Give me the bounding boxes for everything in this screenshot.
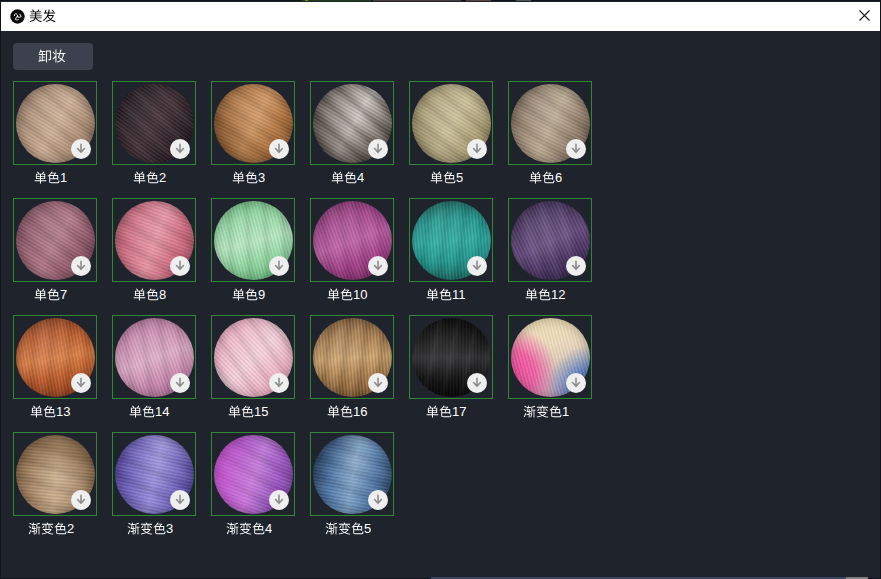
svg-text:1: 1 — [562, 405, 569, 419]
svg-text:6: 6 — [555, 171, 562, 185]
svg-text:4: 4 — [357, 171, 364, 185]
svg-text:3: 3 — [258, 171, 265, 185]
svg-text:1: 1 — [60, 171, 67, 185]
svg-text:13: 13 — [56, 405, 70, 419]
svg-text:4: 4 — [265, 522, 272, 536]
svg-text:8: 8 — [159, 288, 166, 302]
svg-text:2: 2 — [159, 171, 166, 185]
svg-text:11: 11 — [452, 288, 466, 302]
svg-text:15: 15 — [254, 405, 268, 419]
svg-text:5: 5 — [364, 522, 371, 536]
svg-text:7: 7 — [60, 288, 67, 302]
svg-text:17: 17 — [452, 405, 466, 419]
svg-text:16: 16 — [353, 405, 367, 419]
svg-text:14: 14 — [155, 405, 169, 419]
svg-text:10: 10 — [353, 288, 367, 302]
svg-text:3: 3 — [166, 522, 173, 536]
svg-text:12: 12 — [551, 288, 565, 302]
svg-text:2: 2 — [67, 522, 74, 536]
svg-text:5: 5 — [456, 171, 463, 185]
svg-text:9: 9 — [258, 288, 265, 302]
